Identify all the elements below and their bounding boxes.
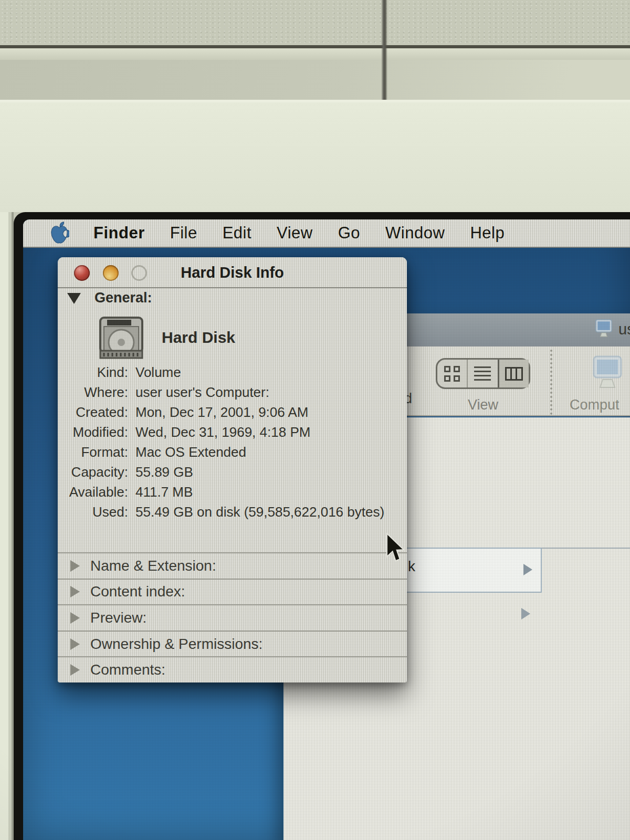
computer-toolbar-icon[interactable] <box>592 355 623 391</box>
field-modified: Modified: Wed, Dec 31, 1969, 4:18 PM <box>58 422 404 442</box>
wall-tile-row-top <box>0 0 630 46</box>
section-comments[interactable]: Comments: <box>58 656 407 682</box>
cursor-icon <box>386 533 405 562</box>
menu-bar: Finder File Edit View Go Window Help <box>23 219 630 248</box>
minimize-button[interactable] <box>103 265 119 281</box>
volume-name: Hard Disk <box>162 329 235 346</box>
section-ownership-permissions[interactable]: Ownership & Permissions: <box>58 631 407 657</box>
menu-item-go[interactable]: Go <box>338 224 360 243</box>
tile-grout-vertical <box>381 0 387 100</box>
icon-view-icon <box>444 366 460 382</box>
zoom-button-disabled <box>131 265 147 281</box>
column-nav-arrow-icon <box>521 608 530 620</box>
general-section-label[interactable]: General: <box>94 290 152 306</box>
tile-bevel-edge <box>0 48 630 60</box>
menu-item-finder[interactable]: Finder <box>93 224 145 243</box>
field-kind: Kind: Volume <box>58 362 404 382</box>
close-button[interactable] <box>74 265 90 281</box>
field-format: Format: Mac OS Extended <box>58 442 404 462</box>
computer-icon <box>595 319 613 341</box>
list-view-button[interactable] <box>467 360 497 387</box>
column-nav-arrow-icon <box>523 564 532 575</box>
field-where: Where: user user's Computer: <box>58 382 404 402</box>
icon-view-button[interactable] <box>437 360 467 387</box>
view-mode-control[interactable] <box>436 358 530 389</box>
collapsed-sections: Name & Extension: Content index: Preview… <box>58 552 407 682</box>
selected-volume-label-fragment: k <box>408 558 415 575</box>
menu-item-view[interactable]: View <box>277 224 313 243</box>
apple-menu-icon[interactable] <box>49 222 69 245</box>
info-fields: Kind: Volume Where: user user's Computer… <box>58 362 404 522</box>
menu-item-window[interactable]: Window <box>385 224 445 243</box>
menu-item-edit[interactable]: Edit <box>223 224 251 243</box>
computer-label: Comput <box>570 397 630 413</box>
menu-item-help[interactable]: Help <box>470 224 505 243</box>
view-label: View <box>436 397 530 413</box>
disclosure-open-icon[interactable] <box>67 293 81 304</box>
info-window: Hard Disk Info General: Hard Disk Ki <box>58 257 407 682</box>
list-view-icon <box>474 366 491 381</box>
finder-window-title: us <box>618 321 630 338</box>
desktop: Finder File Edit View Go Window Help us <box>23 219 630 840</box>
wall-tile-row-bottom <box>0 60 630 100</box>
disclosure-closed-icon <box>70 560 80 572</box>
info-window-title: Hard Disk Info <box>181 264 284 281</box>
hard-disk-icon <box>98 316 145 362</box>
monitor-screen-frame: Finder File Edit View Go Window Help us <box>14 212 630 840</box>
column-view-icon <box>505 367 523 381</box>
field-created: Created: Mon, Dec 17, 2001, 9:06 AM <box>58 402 404 422</box>
field-used: Used: 55.49 GB on disk (59,585,622,016 b… <box>58 502 404 522</box>
section-name-extension[interactable]: Name & Extension: <box>58 552 407 579</box>
disclosure-closed-icon <box>70 638 80 650</box>
column-view-button[interactable] <box>498 360 529 387</box>
section-content-index[interactable]: Content index: <box>58 579 407 605</box>
disclosure-closed-icon <box>70 612 80 624</box>
monitor-bezel-left <box>0 212 14 840</box>
info-window-titlebar[interactable]: Hard Disk Info <box>58 257 407 288</box>
disclosure-closed-icon <box>70 586 80 597</box>
section-preview[interactable]: Preview: <box>58 604 407 631</box>
monitor-bezel-top <box>0 102 630 212</box>
menu-item-file[interactable]: File <box>170 224 197 243</box>
field-available: Available: 411.7 MB <box>58 482 404 502</box>
disclosure-closed-icon <box>70 664 80 676</box>
toolbar-separator <box>550 350 552 415</box>
field-capacity: Capacity: 55.89 GB <box>58 462 404 482</box>
